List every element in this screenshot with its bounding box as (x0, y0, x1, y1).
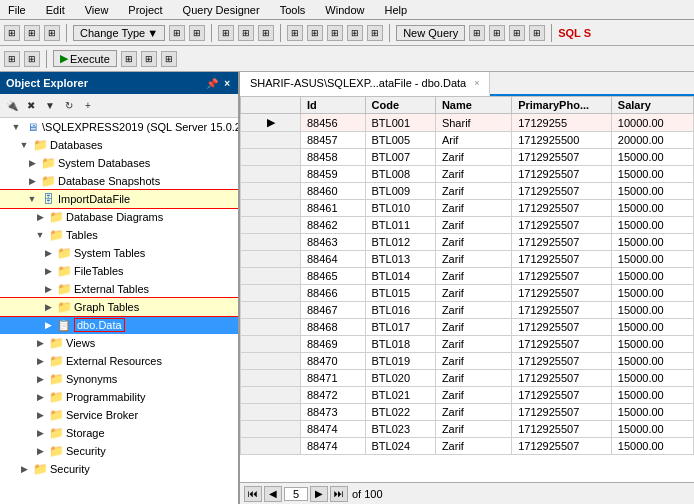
toolbar-icon-6[interactable]: ⊞ (218, 25, 234, 41)
toolbar-icon-11[interactable]: ⊞ (327, 25, 343, 41)
toolbar-icon-15[interactable]: ⊞ (489, 25, 505, 41)
table-row[interactable]: 88463 BTL012 Zarif 1712925507 15000.00 (241, 234, 694, 251)
menu-view[interactable]: View (81, 3, 113, 17)
change-type-button[interactable]: Change Type ▼ (73, 25, 165, 41)
col-header-phone[interactable]: PrimaryPho... (512, 97, 612, 114)
menu-project[interactable]: Project (124, 3, 166, 17)
table-row[interactable]: 88474 BTL024 Zarif 1712925507 15000.00 (241, 438, 694, 455)
menu-file[interactable]: File (4, 3, 30, 17)
toolbar-icon-4[interactable]: ⊞ (169, 25, 185, 41)
toolbar2-icon-1[interactable]: ⊞ (4, 51, 20, 67)
table-row[interactable]: 88457 BTL005 Arif 1712925500 20000.00 (241, 132, 694, 149)
tree-system-tables[interactable]: ▶ 📁 System Tables (0, 244, 238, 262)
table-row[interactable]: 88471 BTL020 Zarif 1712925507 15000.00 (241, 370, 694, 387)
tree-views[interactable]: ▶ 📁 Views (0, 334, 238, 352)
menu-edit[interactable]: Edit (42, 3, 69, 17)
tree-file-tables[interactable]: ▶ 📁 FileTables (0, 262, 238, 280)
col-header-salary[interactable]: Salary (611, 97, 693, 114)
cell-phone-13: 1712925507 (512, 336, 612, 353)
oe-new-icon[interactable]: + (80, 98, 96, 114)
oe-connect-icon[interactable]: 🔌 (4, 98, 20, 114)
tree-ext-resources[interactable]: ▶ 📁 External Resources (0, 352, 238, 370)
oe-filter-icon[interactable]: ▼ (42, 98, 58, 114)
toolbar-icon-3[interactable]: ⊞ (44, 25, 60, 41)
toolbar2-icon-3[interactable]: ⊞ (121, 51, 137, 67)
tab-close-icon[interactable]: × (474, 78, 479, 88)
toolbar-icon-8[interactable]: ⊞ (258, 25, 274, 41)
tab-dbo-data[interactable]: SHARIF-ASUS\SQLEXP...ataFile - dbo.Data … (240, 72, 490, 96)
tree-tables[interactable]: ▼ 📁 Tables (0, 226, 238, 244)
menu-help[interactable]: Help (380, 3, 411, 17)
table-row[interactable]: ▶ 88456 BTL001 Sharif 17129255 10000.00 (241, 114, 694, 132)
tree-storage[interactable]: ▶ 📁 Storage (0, 424, 238, 442)
cell-id-2: 88458 (301, 149, 366, 166)
tree-dbo-data[interactable]: ▶ 📋 dbo.Data (0, 316, 238, 334)
table-row[interactable]: 88459 BTL008 Zarif 1712925507 15000.00 (241, 166, 694, 183)
menu-query-designer[interactable]: Query Designer (179, 3, 264, 17)
storage-folder-icon: 📁 (48, 425, 64, 441)
toolbar-icon-17[interactable]: ⊞ (529, 25, 545, 41)
tree-graph-tables[interactable]: ▶ 📁 Graph Tables (0, 298, 238, 316)
toolbar-icon-1[interactable]: ⊞ (4, 25, 20, 41)
tree-import-data-file[interactable]: ▼ 🗄 ImportDataFile (0, 190, 238, 208)
toolbar-icon-7[interactable]: ⊞ (238, 25, 254, 41)
col-header-code[interactable]: Code (365, 97, 435, 114)
page-number-input[interactable] (284, 487, 308, 501)
table-row[interactable]: 88473 BTL022 Zarif 1712925507 15000.00 (241, 404, 694, 421)
sys-db-expand-icon: ▶ (24, 158, 40, 168)
tree-synonyms[interactable]: ▶ 📁 Synonyms (0, 370, 238, 388)
tree-server[interactable]: ▼ 🖥 \SQLEXPRESS2019 (SQL Server 15.0.200… (0, 118, 238, 136)
new-query-button[interactable]: New Query (396, 25, 465, 41)
tree-db-snapshots[interactable]: ▶ 📁 Database Snapshots (0, 172, 238, 190)
oe-pin-icon[interactable]: 📌 (204, 78, 220, 89)
menu-window[interactable]: Window (321, 3, 368, 17)
next-page-button[interactable]: ▶ (310, 486, 328, 502)
oe-close-icon[interactable]: × (222, 78, 232, 89)
oe-disconnect-icon[interactable]: ✖ (23, 98, 39, 114)
table-row[interactable]: 88470 BTL019 Zarif 1712925507 15000.00 (241, 353, 694, 370)
table-row[interactable]: 88458 BTL007 Zarif 1712925507 15000.00 (241, 149, 694, 166)
tree-service-broker[interactable]: ▶ 📁 Service Broker (0, 406, 238, 424)
execute-button[interactable]: ▶ Execute (53, 50, 117, 67)
sql-s-label: SQL S (558, 27, 591, 39)
toolbar-icon-16[interactable]: ⊞ (509, 25, 525, 41)
first-page-button[interactable]: ⏮ (244, 486, 262, 502)
table-row[interactable]: 88469 BTL018 Zarif 1712925507 15000.00 (241, 336, 694, 353)
last-page-button[interactable]: ⏭ (330, 486, 348, 502)
tree-security-db[interactable]: ▶ 📁 Security (0, 442, 238, 460)
table-row[interactable]: 88474 BTL023 Zarif 1712925507 15000.00 (241, 421, 694, 438)
toolbar2-icon-5[interactable]: ⊞ (161, 51, 177, 67)
oe-refresh-icon[interactable]: ↻ (61, 98, 77, 114)
toolbar-icon-12[interactable]: ⊞ (347, 25, 363, 41)
toolbar-icon-14[interactable]: ⊞ (469, 25, 485, 41)
table-row[interactable]: 88461 BTL010 Zarif 1712925507 15000.00 (241, 200, 694, 217)
table-row[interactable]: 88468 BTL017 Zarif 1712925507 15000.00 (241, 319, 694, 336)
toolbar-icon-5[interactable]: ⊞ (189, 25, 205, 41)
toolbar2-icon-2[interactable]: ⊞ (24, 51, 40, 67)
prev-page-button[interactable]: ◀ (264, 486, 282, 502)
toolbar-icon-13[interactable]: ⊞ (367, 25, 383, 41)
tree-programmability[interactable]: ▶ 📁 Programmability (0, 388, 238, 406)
tree-security-top[interactable]: ▶ 📁 Security (0, 460, 238, 478)
tree-system-databases[interactable]: ▶ 📁 System Databases (0, 154, 238, 172)
cell-phone-18: 1712925507 (512, 421, 612, 438)
table-row[interactable]: 88472 BTL021 Zarif 1712925507 15000.00 (241, 387, 694, 404)
tree-db-diagrams[interactable]: ▶ 📁 Database Diagrams (0, 208, 238, 226)
table-row[interactable]: 88465 BTL014 Zarif 1712925507 15000.00 (241, 268, 694, 285)
query-panel: SHARIF-ASUS\SQLEXP...ataFile - dbo.Data … (240, 72, 694, 504)
table-row[interactable]: 88464 BTL013 Zarif 1712925507 15000.00 (241, 251, 694, 268)
table-row[interactable]: 88462 BTL011 Zarif 1712925507 15000.00 (241, 217, 694, 234)
col-header-name[interactable]: Name (435, 97, 511, 114)
table-row[interactable]: 88460 BTL009 Zarif 1712925507 15000.00 (241, 183, 694, 200)
toolbar-icon-2[interactable]: ⊞ (24, 25, 40, 41)
toolbar-icon-9[interactable]: ⊞ (287, 25, 303, 41)
table-row[interactable]: 88466 BTL015 Zarif 1712925507 15000.00 (241, 285, 694, 302)
data-grid[interactable]: Id Code Name PrimaryPho... Salary ▶ 8845… (240, 96, 694, 482)
col-header-id[interactable]: Id (301, 97, 366, 114)
tree-databases[interactable]: ▼ 📁 Databases (0, 136, 238, 154)
table-row[interactable]: 88467 BTL016 Zarif 1712925507 15000.00 (241, 302, 694, 319)
toolbar-icon-10[interactable]: ⊞ (307, 25, 323, 41)
tree-external-tables[interactable]: ▶ 📁 External Tables (0, 280, 238, 298)
menu-tools[interactable]: Tools (276, 3, 310, 17)
toolbar2-icon-4[interactable]: ⊞ (141, 51, 157, 67)
